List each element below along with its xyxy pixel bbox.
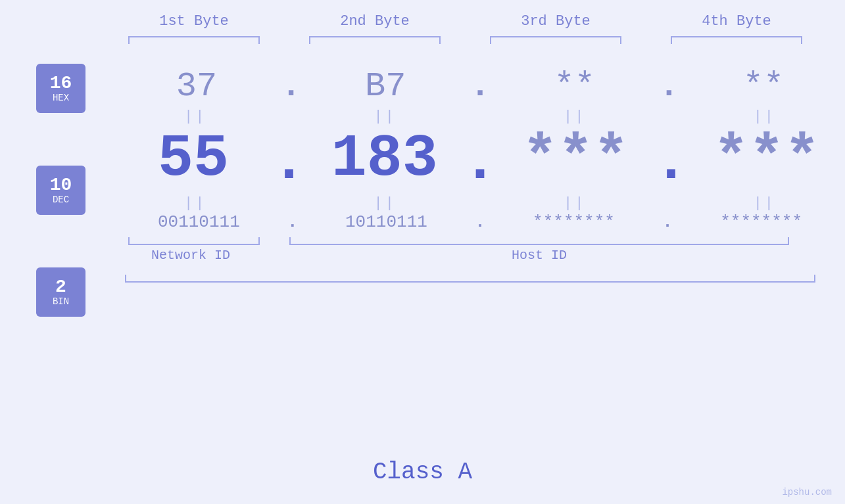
dec-b1: 55 bbox=[121, 126, 266, 193]
hex-b1: 37 bbox=[124, 67, 269, 106]
full-bottom-bracket bbox=[125, 275, 815, 283]
bin-b1: 00110111 bbox=[126, 212, 271, 232]
bracket-byte1 bbox=[128, 36, 260, 44]
byte-headers: 1st Byte 2nd Byte 3rd Byte 4th Byte bbox=[104, 13, 827, 30]
top-brackets bbox=[104, 36, 827, 44]
hex-b2: B7 bbox=[313, 67, 458, 106]
sep1-b2: || bbox=[313, 108, 458, 125]
dec-number: 10 bbox=[50, 176, 72, 195]
base-badges: 16 HEX 10 DEC 2 BIN bbox=[36, 64, 85, 317]
sep2-b4: || bbox=[692, 195, 837, 212]
bottom-brackets-container: Network ID Host ID bbox=[118, 237, 842, 263]
bracket-byte4 bbox=[671, 36, 802, 44]
bin-row: 00110111 . 10110111 . ******** . *******… bbox=[118, 212, 842, 232]
dot-bin-3: . bbox=[662, 214, 673, 231]
bin-number: 2 bbox=[55, 278, 66, 296]
watermark: ipshu.com bbox=[782, 487, 832, 497]
sep2-b2: || bbox=[313, 195, 458, 212]
hex-b3: ** bbox=[502, 67, 647, 106]
host-id-label: Host ID bbox=[289, 248, 789, 263]
sep1-b3: || bbox=[502, 108, 647, 125]
dec-row: 55 . 183 . *** . *** bbox=[118, 126, 842, 193]
bin-b2: 10110111 bbox=[314, 212, 458, 232]
bracket-byte2 bbox=[309, 36, 441, 44]
hex-b4: ** bbox=[691, 67, 836, 106]
sep2-b3: || bbox=[502, 195, 647, 212]
dot-hex-3: . bbox=[659, 70, 679, 104]
bin-label: BIN bbox=[53, 296, 69, 307]
hex-badge: 16 HEX bbox=[36, 64, 85, 113]
sep-row-2: || || || || bbox=[118, 194, 842, 212]
dec-badge: 10 DEC bbox=[36, 166, 85, 215]
dot-dec-3: . bbox=[653, 133, 688, 192]
dec-b2: 183 bbox=[312, 126, 457, 193]
sep1-b1: || bbox=[123, 108, 268, 125]
dot-dec-2: . bbox=[462, 133, 498, 192]
spacer-dot1 bbox=[263, 237, 289, 263]
bin-b4: ******** bbox=[689, 212, 834, 232]
dot-hex-2: . bbox=[470, 70, 490, 104]
dot-hex-1: . bbox=[281, 70, 301, 104]
hex-label: HEX bbox=[53, 93, 69, 103]
dot-bin-2: . bbox=[475, 214, 485, 231]
byte4-header: 4th Byte bbox=[664, 13, 809, 30]
dec-b3: *** bbox=[503, 126, 648, 193]
dec-b4: *** bbox=[694, 126, 839, 193]
host-id-section: Host ID bbox=[289, 237, 789, 263]
sep1-b4: || bbox=[692, 108, 837, 125]
host-bracket bbox=[289, 237, 789, 245]
hex-number: 16 bbox=[50, 74, 72, 93]
byte2-header: 2nd Byte bbox=[302, 13, 447, 30]
dot-dec-1: . bbox=[271, 133, 306, 192]
sep2-b1: || bbox=[123, 195, 268, 212]
network-id-label: Network ID bbox=[118, 248, 263, 263]
bin-b3: ******** bbox=[502, 212, 646, 232]
network-id-section: Network ID bbox=[118, 237, 263, 263]
bracket-byte3 bbox=[490, 36, 621, 44]
bin-badge: 2 BIN bbox=[36, 267, 85, 317]
hex-row: 37 . B7 . ** . ** bbox=[118, 57, 842, 106]
main-container: 1st Byte 2nd Byte 3rd Byte 4th Byte 16 H… bbox=[0, 0, 845, 504]
network-bracket bbox=[128, 237, 260, 245]
byte3-header: 3rd Byte bbox=[483, 13, 628, 30]
dot-bin-1: . bbox=[287, 214, 298, 231]
sep-row-1: || || || || bbox=[118, 107, 842, 126]
values-area: 37 . B7 . ** . ** || || || || 55 bbox=[118, 57, 842, 283]
dec-label: DEC bbox=[53, 195, 69, 205]
class-label: Class A bbox=[0, 459, 845, 486]
byte1-header: 1st Byte bbox=[122, 13, 266, 30]
